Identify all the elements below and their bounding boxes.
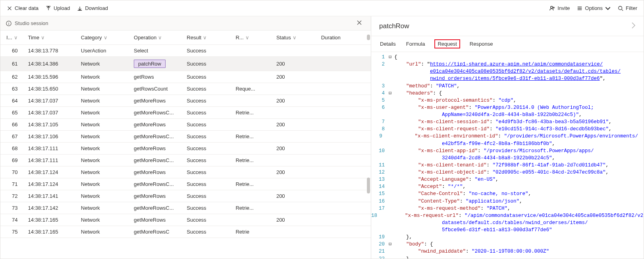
code-line: 18 "x-ms-request-url": "/apim/commondata… bbox=[371, 212, 644, 219]
invite-button[interactable]: Invite bbox=[550, 5, 570, 11]
cell: 14:38:17.141 bbox=[25, 190, 78, 202]
table-row[interactable]: 6714:38:17.106NetworkgetMoreRowsC...Succ… bbox=[0, 131, 371, 143]
fold-toggle[interactable]: ⊟ bbox=[389, 54, 394, 61]
filter-label: Filter bbox=[626, 5, 637, 11]
cell: 74 bbox=[0, 214, 25, 226]
cell: getMoreRows bbox=[131, 95, 183, 107]
col-duration[interactable]: Duration bbox=[318, 31, 371, 45]
clear-data-button[interactable]: Clear data bbox=[7, 5, 39, 11]
code-content: "body": { bbox=[394, 241, 644, 248]
col-result[interactable]: Result∨ bbox=[183, 31, 232, 45]
filter-button[interactable]: Filter bbox=[618, 5, 637, 11]
cell: 14:38:17.124 bbox=[25, 166, 78, 178]
cell bbox=[318, 119, 371, 131]
table-row[interactable]: 6914:38:17.111NetworkgetMoreRowsC...Succ… bbox=[0, 155, 371, 166]
table-row[interactable]: 7214:38:17.141NetworkgetMoreRowsSuccess2… bbox=[0, 190, 371, 202]
table-row[interactable]: 7114:38:17.124NetworkgetMoreRowsC...Succ… bbox=[0, 178, 371, 190]
download-button[interactable]: Download bbox=[77, 5, 108, 11]
table-row[interactable]: 6214:38:15.596NetworkgetRowsSuccess200 bbox=[0, 71, 371, 83]
tab-formula[interactable]: Formula bbox=[405, 39, 426, 48]
events-pane: Studio session I...∨ Time∨ Category∨ Ope… bbox=[0, 16, 371, 259]
events-table-scroll[interactable]: I...∨ Time∨ Category∨ Operation∨ Result∨… bbox=[0, 31, 371, 259]
line-number: 3 bbox=[371, 83, 389, 90]
cell: 72 bbox=[0, 190, 25, 202]
col-r[interactable]: R...∨ bbox=[232, 31, 273, 45]
fold-toggle bbox=[389, 140, 394, 147]
line-number bbox=[371, 219, 389, 226]
cell: 71 bbox=[0, 178, 25, 190]
table-row[interactable]: 7514:38:17.165NetworkgetMoreRowsCSuccess… bbox=[0, 226, 371, 238]
code-line: 4⊟ "headers": { bbox=[371, 90, 644, 97]
scrollbar[interactable] bbox=[366, 31, 370, 259]
line-number: 8 bbox=[371, 126, 389, 133]
cell bbox=[273, 45, 318, 57]
cell: Retrie bbox=[232, 226, 273, 238]
table-row[interactable]: 6414:38:17.037NetworkgetMoreRowsSuccess2… bbox=[0, 95, 371, 107]
cell: Network bbox=[78, 143, 131, 155]
cell: Retrie... bbox=[232, 107, 273, 119]
cell bbox=[318, 131, 371, 143]
line-number: 10 bbox=[371, 147, 389, 155]
code-content: "x-ms-client-session-id": "e4d9fb3d-fc86… bbox=[394, 118, 644, 126]
code-line: 3 "method": "PATCH", bbox=[371, 83, 644, 90]
download-icon bbox=[77, 6, 83, 11]
cell: 200 bbox=[273, 214, 318, 226]
fold-toggle bbox=[389, 75, 394, 82]
cell: 14:38:14.386 bbox=[25, 57, 78, 71]
table-row[interactable]: 6314:38:15.650NetworkgetRowsCountSuccess… bbox=[0, 83, 371, 95]
table-row[interactable]: 7414:38:17.165NetworkgetMoreRowsSuccess2… bbox=[0, 214, 371, 226]
code-content: e01ca04e304c405ca08e0535bf6d2f82/v2/data… bbox=[394, 68, 644, 75]
code-line: 1⊟{ bbox=[371, 54, 644, 61]
fold-toggle bbox=[389, 61, 394, 68]
table-row[interactable]: 6514:38:17.037NetworkgetMoreRowsC...Succ… bbox=[0, 107, 371, 119]
scrollbar-thumb[interactable] bbox=[367, 178, 370, 193]
fold-toggle[interactable]: ⊟ bbox=[389, 90, 394, 97]
code-line: 11 "x-ms-client-tenant-id": "72f988bf-86… bbox=[371, 162, 644, 169]
cell: Retrie... bbox=[232, 202, 273, 214]
cell: 70 bbox=[0, 166, 25, 178]
table-row[interactable]: 6814:38:17.111NetworkgetMoreRowsSuccess2… bbox=[0, 143, 371, 155]
line-number: 7 bbox=[371, 118, 389, 126]
table-row[interactable]: 6014:38:13.778UserActionSelectSuccess bbox=[0, 45, 371, 57]
scrollbar-thumb-top[interactable] bbox=[367, 35, 370, 40]
invite-label: Invite bbox=[557, 5, 570, 11]
code-line: 9 "x-ms-client-environment-id": "/provid… bbox=[371, 133, 644, 140]
col-category[interactable]: Category∨ bbox=[78, 31, 131, 45]
cell: getRows bbox=[131, 71, 183, 83]
upload-icon bbox=[46, 6, 51, 11]
cell: Network bbox=[78, 166, 131, 178]
code-content: "x-ms-client-app-id": "/providers/Micros… bbox=[394, 147, 644, 155]
tab-request[interactable]: Request bbox=[434, 39, 460, 48]
fold-toggle bbox=[389, 190, 394, 197]
tab-response[interactable]: Response bbox=[469, 39, 494, 48]
cell: getRowsCount bbox=[131, 83, 183, 95]
cell: Network bbox=[78, 57, 131, 71]
code-line: 7 "x-ms-client-session-id": "e4d9fb3d-fc… bbox=[371, 118, 644, 126]
line-number bbox=[371, 155, 389, 162]
line-number bbox=[371, 140, 389, 147]
tab-details[interactable]: Details bbox=[379, 39, 397, 48]
table-row[interactable]: 7014:38:17.124NetworkgetMoreRowsSuccess2… bbox=[0, 166, 371, 178]
code-line: 6 "x-ms-user-agent": "PowerApps/3.20114.… bbox=[371, 104, 644, 111]
options-label: Options bbox=[585, 5, 603, 11]
cell bbox=[318, 71, 371, 83]
cell bbox=[273, 202, 318, 214]
table-row[interactable]: 7314:38:17.142NetworkgetMoreRowsC...Succ… bbox=[0, 202, 371, 214]
collapse-detail-button[interactable] bbox=[631, 22, 636, 30]
table-row[interactable]: 6114:38:14.386NetworkpatchRowSuccess200 bbox=[0, 57, 371, 71]
upload-button[interactable]: Upload bbox=[46, 5, 70, 11]
cell: Network bbox=[78, 190, 131, 202]
fold-toggle[interactable]: ⊟ bbox=[389, 241, 394, 248]
cell: getMoreRowsC bbox=[131, 226, 183, 238]
cell: 62 bbox=[0, 71, 25, 83]
close-session-button[interactable] bbox=[357, 20, 365, 27]
col-index[interactable]: I...∨ bbox=[0, 31, 25, 45]
col-operation[interactable]: Operation∨ bbox=[131, 31, 183, 45]
request-body-code[interactable]: 1⊟{2 "url": "https://tip1-shared.azure-a… bbox=[371, 52, 644, 259]
cell bbox=[273, 107, 318, 119]
col-status[interactable]: Status∨ bbox=[273, 31, 318, 45]
table-row[interactable]: 6614:38:17.105NetworkgetMoreRowsSuccess2… bbox=[0, 119, 371, 131]
fold-toggle bbox=[389, 111, 394, 118]
col-time[interactable]: Time∨ bbox=[25, 31, 78, 45]
options-button[interactable]: Options bbox=[577, 5, 611, 11]
